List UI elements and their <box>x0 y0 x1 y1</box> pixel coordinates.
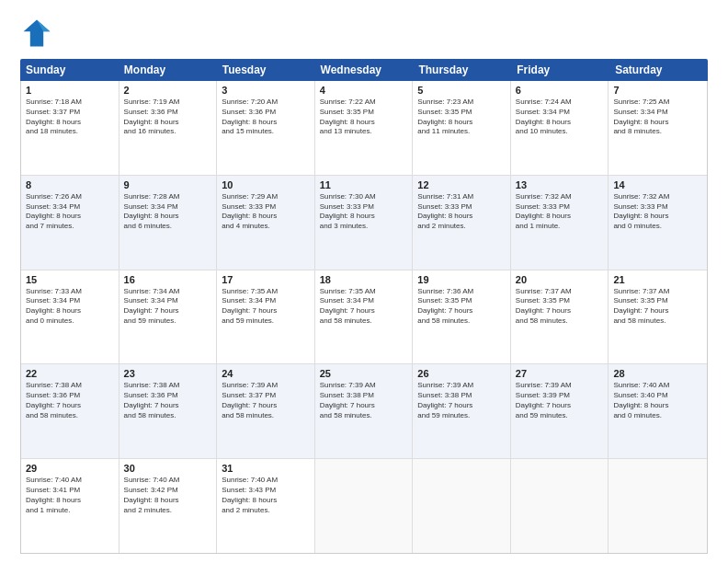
cell-info-line: Daylight: 8 hours <box>26 118 114 128</box>
cell-info-line: Sunrise: 7:23 AM <box>417 98 506 108</box>
cell-info-line: and 2 minutes. <box>222 506 310 516</box>
day-number: 13 <box>516 179 604 190</box>
cell-info-line: and 4 minutes. <box>222 222 310 232</box>
cell-info-line: Sunrise: 7:34 AM <box>124 287 212 297</box>
table-row: 19Sunrise: 7:36 AMSunset: 3:35 PMDayligh… <box>413 270 511 364</box>
cell-info-line: Daylight: 8 hours <box>516 212 604 222</box>
cell-info-line: Sunrise: 7:20 AM <box>222 98 310 108</box>
day-number: 26 <box>417 368 506 379</box>
cell-info-line: Sunrise: 7:35 AM <box>320 287 408 297</box>
cell-info-line: Sunrise: 7:31 AM <box>417 192 506 202</box>
header-day-tuesday: Tuesday <box>217 59 315 81</box>
cell-info-line: and 15 minutes. <box>222 127 310 137</box>
cell-info-line: Sunrise: 7:39 AM <box>516 381 604 391</box>
cell-info-line: and 3 minutes. <box>320 222 408 232</box>
table-row: 13Sunrise: 7:32 AMSunset: 3:33 PMDayligh… <box>511 176 609 270</box>
cell-info-line: Daylight: 8 hours <box>26 496 114 506</box>
table-row: 23Sunrise: 7:38 AMSunset: 3:36 PMDayligh… <box>119 364 218 458</box>
table-row: 10Sunrise: 7:29 AMSunset: 3:33 PMDayligh… <box>217 176 315 270</box>
day-number: 17 <box>222 274 310 285</box>
table-row: 29Sunrise: 7:40 AMSunset: 3:41 PMDayligh… <box>21 459 119 553</box>
table-row: 8Sunrise: 7:26 AMSunset: 3:34 PMDaylight… <box>21 176 119 270</box>
cell-info-line: Sunset: 3:36 PM <box>124 391 212 401</box>
table-row: 2Sunrise: 7:19 AMSunset: 3:36 PMDaylight… <box>119 81 218 175</box>
cell-info-line: Daylight: 8 hours <box>613 118 702 128</box>
logo-icon <box>20 17 53 50</box>
table-row <box>413 459 511 553</box>
table-row: 16Sunrise: 7:34 AMSunset: 3:34 PMDayligh… <box>119 270 218 364</box>
table-row: 22Sunrise: 7:38 AMSunset: 3:36 PMDayligh… <box>21 364 119 458</box>
cell-info-line: Sunrise: 7:40 AM <box>26 476 114 486</box>
cell-info-line: and 58 minutes. <box>320 316 408 327</box>
cell-info-line: and 0 minutes. <box>613 222 702 232</box>
day-number: 7 <box>613 85 702 96</box>
cell-info-line: Sunset: 3:34 PM <box>222 296 310 306</box>
table-row: 17Sunrise: 7:35 AMSunset: 3:34 PMDayligh… <box>217 270 315 364</box>
cell-info-line: Daylight: 8 hours <box>417 212 506 222</box>
cell-info-line: and 2 minutes. <box>417 222 506 232</box>
table-row: 28Sunrise: 7:40 AMSunset: 3:40 PMDayligh… <box>609 364 707 458</box>
calendar-week-3: 15Sunrise: 7:33 AMSunset: 3:34 PMDayligh… <box>21 270 707 365</box>
cell-info-line: Daylight: 7 hours <box>516 401 604 411</box>
table-row: 6Sunrise: 7:24 AMSunset: 3:34 PMDaylight… <box>511 81 609 175</box>
cell-info-line: and 18 minutes. <box>26 127 114 137</box>
cell-info-line: Sunset: 3:36 PM <box>26 391 114 401</box>
cell-info-line: and 0 minutes. <box>613 411 702 421</box>
table-row <box>315 459 414 553</box>
calendar: SundayMondayTuesdayWednesdayThursdayFrid… <box>20 59 708 554</box>
cell-info-line: and 16 minutes. <box>124 127 212 137</box>
table-row: 25Sunrise: 7:39 AMSunset: 3:38 PMDayligh… <box>315 364 414 458</box>
cell-info-line: Sunrise: 7:28 AM <box>124 192 212 202</box>
cell-info-line: Daylight: 7 hours <box>222 306 310 316</box>
day-number: 3 <box>222 85 310 96</box>
cell-info-line: Sunrise: 7:40 AM <box>124 476 212 486</box>
cell-info-line: Sunset: 3:39 PM <box>516 391 604 401</box>
cell-info-line: Sunset: 3:43 PM <box>222 486 310 496</box>
cell-info-line: Sunrise: 7:40 AM <box>222 476 310 486</box>
table-row: 31Sunrise: 7:40 AMSunset: 3:43 PMDayligh… <box>217 459 315 553</box>
cell-info-line: Sunset: 3:37 PM <box>26 108 114 118</box>
cell-info-line: Daylight: 8 hours <box>124 118 212 128</box>
cell-info-line: Sunrise: 7:38 AM <box>26 381 114 391</box>
calendar-week-5: 29Sunrise: 7:40 AMSunset: 3:41 PMDayligh… <box>21 459 707 553</box>
cell-info-line: Daylight: 8 hours <box>26 212 114 222</box>
cell-info-line: Sunrise: 7:33 AM <box>26 287 114 297</box>
cell-info-line: and 58 minutes. <box>26 411 114 421</box>
day-number: 10 <box>222 179 310 190</box>
cell-info-line: and 11 minutes. <box>417 127 506 137</box>
cell-info-line: Sunrise: 7:37 AM <box>516 287 604 297</box>
day-number: 2 <box>124 85 212 96</box>
day-number: 25 <box>320 368 408 379</box>
calendar-header: SundayMondayTuesdayWednesdayThursdayFrid… <box>20 59 708 81</box>
day-number: 20 <box>516 274 604 285</box>
cell-info-line: and 2 minutes. <box>124 506 212 516</box>
cell-info-line: Sunrise: 7:36 AM <box>417 287 506 297</box>
table-row: 3Sunrise: 7:20 AMSunset: 3:36 PMDaylight… <box>217 81 315 175</box>
table-row <box>511 459 609 553</box>
day-number: 5 <box>417 85 506 96</box>
table-row: 20Sunrise: 7:37 AMSunset: 3:35 PMDayligh… <box>511 270 609 364</box>
cell-info-line: and 58 minutes. <box>222 411 310 421</box>
cell-info-line: Sunrise: 7:32 AM <box>613 192 702 202</box>
cell-info-line: Daylight: 8 hours <box>124 496 212 506</box>
cell-info-line: Sunset: 3:42 PM <box>124 486 212 496</box>
cell-info-line: and 58 minutes. <box>320 411 408 421</box>
day-number: 21 <box>613 274 702 285</box>
cell-info-line: Daylight: 8 hours <box>124 212 212 222</box>
cell-info-line: Daylight: 8 hours <box>320 212 408 222</box>
cell-info-line: and 58 minutes. <box>613 316 702 327</box>
table-row: 27Sunrise: 7:39 AMSunset: 3:39 PMDayligh… <box>511 364 609 458</box>
day-number: 8 <box>26 179 114 190</box>
table-row: 7Sunrise: 7:25 AMSunset: 3:34 PMDaylight… <box>609 81 707 175</box>
cell-info-line: Sunset: 3:38 PM <box>417 391 506 401</box>
cell-info-line: Sunrise: 7:37 AM <box>613 287 702 297</box>
cell-info-line: Sunset: 3:33 PM <box>222 202 310 213</box>
table-row: 24Sunrise: 7:39 AMSunset: 3:37 PMDayligh… <box>217 364 315 458</box>
table-row <box>609 459 707 553</box>
cell-info-line: Sunrise: 7:38 AM <box>124 381 212 391</box>
cell-info-line: and 58 minutes. <box>417 316 506 327</box>
cell-info-line: Sunrise: 7:39 AM <box>320 381 408 391</box>
cell-info-line: Sunset: 3:34 PM <box>26 296 114 306</box>
header-day-wednesday: Wednesday <box>315 59 414 81</box>
day-number: 9 <box>124 179 212 190</box>
